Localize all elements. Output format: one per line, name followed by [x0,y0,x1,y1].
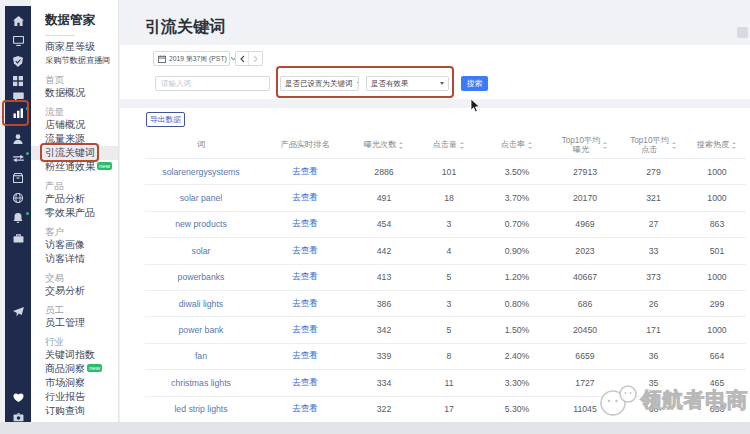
sidebar-item-粉丝通效果[interactable]: 粉丝通效果new [31,160,118,174]
view-ranking-link[interactable]: 去查看 [292,245,318,255]
cell-search_heat: 1000 [688,272,746,282]
column-header-3[interactable]: 点击量 [415,140,483,150]
cell-ctr: 3.30% [483,378,551,388]
cell-word: diwali lights [145,299,257,309]
cell-top10_exposure: 2023 [551,246,619,256]
export-data-button[interactable]: 导出数据 [146,112,185,127]
column-header-6[interactable]: Top10平均点击 [619,136,688,155]
sidebar-item-label: 粉丝通效果 [45,161,95,172]
sidebar-item-商家星等级[interactable]: 商家星等级 [31,40,118,54]
table-row: diwali lights去查看38630.80%68626299 [145,290,746,316]
monitor-icon[interactable] [5,31,31,51]
view-ranking-link[interactable]: 去查看 [292,324,318,334]
sort-icon[interactable] [399,142,404,149]
sidebar-group-label: 交易 [31,270,118,284]
cell-link: 去查看 [257,245,353,257]
column-header-label: 词 [197,140,205,150]
cell-clicks: 8 [415,351,483,361]
cell-word: christmas lights [145,378,257,388]
sidebar-group-label: 流量 [31,104,118,118]
column-header-7[interactable]: 搜索热度 [688,140,746,150]
cell-word: fan [145,351,257,361]
sidebar-item-市场洞察[interactable]: 市场洞察 [31,376,118,390]
sidebar-group-label: 行业 [31,334,118,348]
sidebar-item-label: 关键词指数 [45,349,95,360]
cell-ctr: 1.50% [483,325,551,335]
sort-icon[interactable] [732,142,737,149]
sidebar-item-访客画像[interactable]: 访客画像 [31,238,118,252]
chevron-left-icon [240,55,245,63]
sort-icon[interactable] [528,142,533,149]
sidebar-item-店铺概况[interactable]: 店铺概况 [31,118,118,132]
table-row: solar去查看44240.90%202333501 [145,237,746,263]
globe-icon[interactable] [5,188,31,208]
cell-link: 去查看 [257,192,353,204]
sidebar-item-label: 店铺概况 [45,119,85,130]
sort-icon[interactable] [460,142,465,149]
column-header-4[interactable]: 点击率 [483,140,551,150]
cell-top10_exposure: 20450 [551,325,619,335]
sidebar-item-访客详情[interactable]: 访客详情 [31,252,118,266]
sidebar-item-交易分析[interactable]: 交易分析 [31,284,118,298]
view-ranking-link[interactable]: 去查看 [292,271,318,281]
view-ranking-link[interactable]: 去查看 [292,298,318,308]
sidebar-item-label: 产品分析 [45,193,85,204]
user-icon[interactable] [5,129,31,149]
sidebar-item-订购查询[interactable]: 订购查询 [31,404,118,418]
sidebar-item-label: 访客画像 [45,239,85,250]
sidebar-item-员工管理[interactable]: 员工管理 [31,316,118,330]
cell-ctr: 3.50% [483,167,551,177]
shield-icon[interactable] [5,51,31,71]
sort-icon[interactable] [603,142,608,149]
sidebar-item-label: 零效果产品 [45,207,95,218]
cell-word: power bank [145,325,257,335]
view-ranking-link[interactable]: 去查看 [292,218,318,228]
watermark-text: 领航者电商 [641,386,749,414]
next-week-button[interactable] [249,52,262,65]
transfer-icon[interactable] [5,148,31,168]
sidebar-item-label: 员工管理 [45,317,85,328]
cell-search_heat: 1000 [688,193,746,203]
annotation-box-dropdowns [276,66,454,98]
sidebar-item-数据概况[interactable]: 数据概况 [31,86,118,100]
view-ranking-link[interactable]: 去查看 [292,166,318,176]
box-icon[interactable] [5,168,31,188]
week-selector[interactable]: 2019 第37周 (PST) [153,51,230,66]
view-ranking-link[interactable]: 去查看 [292,350,318,360]
column-header-label: 曝光次数 [364,140,397,150]
column-header-2[interactable]: 曝光次数 [353,140,415,150]
sidebar-item-行业报告[interactable]: 行业报告 [31,390,118,404]
send-icon[interactable] [5,302,31,322]
sidebar-item-零效果产品[interactable]: 零效果产品 [31,206,118,220]
cell-exposures: 386 [353,299,415,309]
main-content: 引流关键词 2019 第37周 (PST) 是否已设置为关键词 [120,0,750,422]
view-ranking-link[interactable]: 去查看 [292,192,318,202]
sidebar-item-采购节数据直播间[interactable]: 采购节数据直播间 [31,54,118,68]
sidebar-group-label: 产品 [31,178,118,192]
view-ranking-link[interactable]: 去查看 [292,377,318,387]
heart-icon[interactable] [5,387,31,407]
sidebar-item-关键词指数[interactable]: 关键词指数 [31,348,118,362]
column-header-5[interactable]: Top10平均曝光 [551,136,619,155]
sidebar-item-产品分析[interactable]: 产品分析 [31,192,118,206]
week-pager [235,51,263,66]
cell-search_heat: 299 [688,299,746,309]
sidebar-group-label: 客户 [31,224,118,238]
home-icon[interactable] [5,11,31,31]
annotation-box-rail-icon [2,100,29,126]
sidebar-item-商品洞察[interactable]: 商品洞察new [31,362,118,376]
cell-word: solar panel [145,193,257,203]
column-header-label: Top10平均点击 [630,136,669,155]
keyword-search-input[interactable] [155,76,270,91]
briefcase-icon[interactable] [5,228,31,248]
cell-clicks: 101 [415,167,483,177]
search-button[interactable]: 搜索 [461,76,488,91]
side-widget[interactable] [737,27,748,38]
bell-icon[interactable] [5,208,31,228]
cell-clicks: 5 [415,272,483,282]
cell-top10_clicks: 36 [619,351,688,361]
view-ranking-link[interactable]: 去查看 [292,403,318,413]
prev-week-button[interactable] [236,52,249,65]
cell-ctr: 0.90% [483,246,551,256]
sort-icon[interactable] [672,142,677,149]
